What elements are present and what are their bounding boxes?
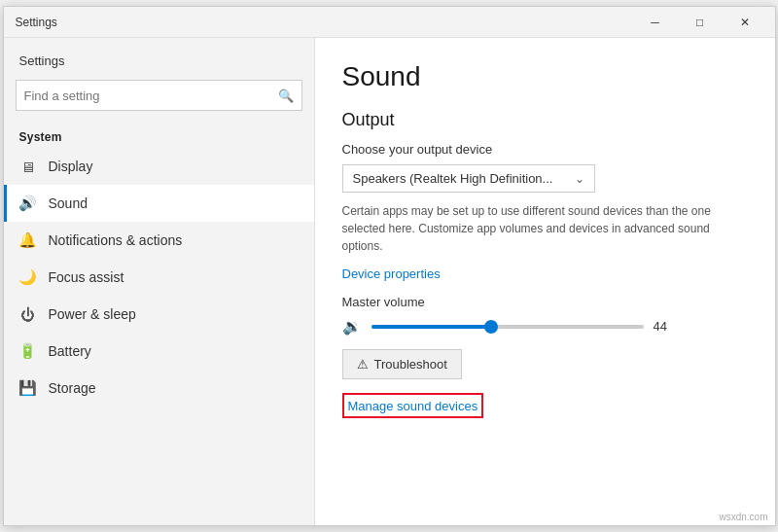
close-button[interactable]: ✕	[723, 7, 767, 38]
volume-icon: 🔉	[342, 317, 362, 336]
window-title: Settings	[16, 16, 57, 29]
search-box[interactable]: 🔍	[16, 80, 302, 111]
sidebar-item-sound[interactable]: 🔊 Sound	[4, 185, 314, 222]
troubleshoot-button[interactable]: ⚠ Troubleshoot	[342, 349, 462, 379]
minimize-button[interactable]: ─	[633, 7, 678, 38]
power-icon: ⏻	[19, 305, 37, 323]
sidebar-item-label-notifications: Notifications & actions	[49, 232, 183, 248]
info-text: Certain apps may be set up to use differ…	[342, 202, 748, 255]
titlebar: Settings ─ □ ✕	[4, 7, 775, 38]
device-label: Choose your output device	[342, 142, 748, 157]
volume-row: 🔉 44	[342, 317, 748, 336]
sidebar-item-notifications[interactable]: 🔔 Notifications & actions	[4, 222, 314, 259]
sound-icon: 🔊	[19, 195, 37, 212]
sidebar-item-label-display: Display	[49, 159, 93, 174]
sidebar-item-power[interactable]: ⏻ Power & sleep	[4, 296, 314, 333]
display-icon: 🖥	[19, 158, 37, 175]
content-area: Settings 🔍 System 🖥 Display 🔊 Sound 🔔 No…	[4, 38, 775, 525]
sidebar: Settings 🔍 System 🖥 Display 🔊 Sound 🔔 No…	[4, 38, 315, 525]
page-title: Sound	[342, 61, 748, 92]
output-device-value: Speakers (Realtek High Definition...	[353, 171, 553, 186]
sidebar-item-label-storage: Storage	[49, 380, 96, 396]
output-device-dropdown[interactable]: Speakers (Realtek High Definition... ⌄	[342, 164, 595, 193]
sidebar-item-focus[interactable]: 🌙 Focus assist	[4, 259, 314, 296]
sidebar-item-storage[interactable]: 💾 Storage	[4, 370, 314, 407]
volume-value: 44	[654, 319, 677, 334]
slider-fill	[371, 325, 491, 329]
sidebar-item-label-focus: Focus assist	[49, 269, 124, 285]
volume-label: Master volume	[342, 295, 748, 309]
device-properties-link[interactable]: Device properties	[342, 266, 441, 281]
battery-icon: 🔋	[19, 342, 37, 360]
warning-icon: ⚠	[357, 357, 369, 372]
search-input[interactable]	[24, 89, 278, 103]
sidebar-item-label-sound: Sound	[49, 195, 88, 211]
slider-thumb[interactable]	[484, 320, 498, 334]
sidebar-item-display[interactable]: 🖥 Display	[4, 148, 314, 185]
volume-slider[interactable]	[371, 325, 644, 329]
section-label: System	[4, 123, 314, 148]
maximize-button[interactable]: □	[678, 7, 723, 38]
manage-sound-devices-link[interactable]: Manage sound devices	[348, 399, 478, 413]
watermark: wsxdn.com	[719, 512, 767, 522]
focus-icon: 🌙	[19, 268, 37, 286]
search-icon[interactable]: 🔍	[278, 89, 294, 103]
output-section-title: Output	[342, 110, 748, 130]
troubleshoot-label: Troubleshoot	[374, 357, 447, 372]
manage-link-wrapper: Manage sound devices	[342, 393, 484, 418]
storage-icon: 💾	[19, 379, 37, 397]
sidebar-item-label-battery: Battery	[49, 343, 91, 359]
dropdown-arrow-icon: ⌄	[575, 172, 584, 186]
sidebar-item-battery[interactable]: 🔋 Battery	[4, 333, 314, 370]
main-content: Sound Output Choose your output device S…	[315, 38, 775, 525]
sidebar-header: Settings	[4, 38, 314, 76]
notifications-icon: 🔔	[19, 231, 37, 249]
sidebar-item-label-power: Power & sleep	[49, 306, 136, 322]
window-controls: ─ □ ✕	[633, 7, 767, 38]
